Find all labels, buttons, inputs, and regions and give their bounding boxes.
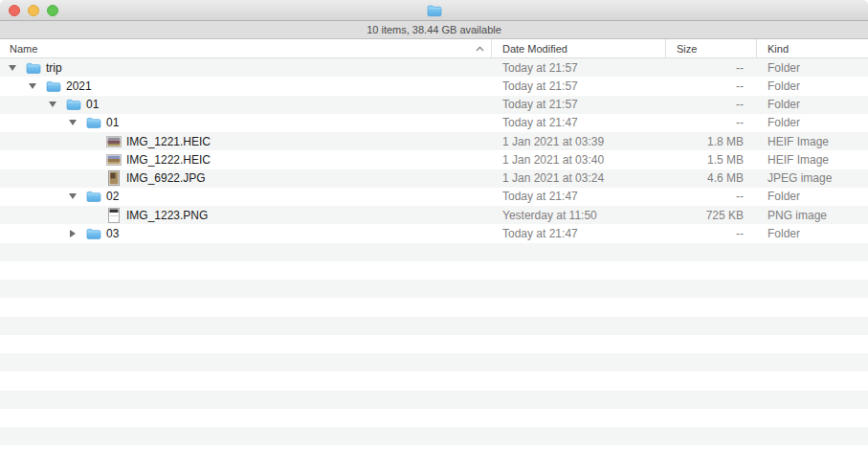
- date-modified-cell: 1 Jan 2021 at 03:39: [491, 135, 665, 148]
- empty-row: [0, 391, 868, 409]
- table-row[interactable]: 03Today at 21:47--Folder: [0, 224, 868, 242]
- status-text: 10 items, 38.44 GB available: [367, 24, 501, 35]
- table-row[interactable]: tripToday at 21:57--Folder: [0, 58, 868, 77]
- table-row[interactable]: 01Today at 21:57--Folder: [0, 96, 868, 114]
- file-name-label: IMG_1221.HEIC: [126, 135, 211, 148]
- date-modified-cell: Today at 21:47: [491, 190, 665, 203]
- triangle-expanded-icon: [69, 193, 77, 199]
- triangle-expanded-icon: [69, 120, 77, 125]
- file-name-cell[interactable]: IMG_1222.HEIC: [0, 152, 491, 168]
- table-row[interactable]: IMG_1223.PNGYesterday at 11:50725 KBPNG …: [0, 206, 868, 224]
- size-cell: 4.6 MB: [665, 171, 756, 185]
- column-header-date-modified[interactable]: Date Modified: [491, 39, 665, 57]
- size-cell: --: [665, 190, 756, 203]
- size-cell: --: [665, 61, 756, 75]
- close-button[interactable]: [9, 5, 20, 16]
- kind-cell: Folder: [756, 98, 868, 111]
- triangle-expanded-icon: [9, 65, 16, 71]
- disclosure-triangle-icon[interactable]: [8, 65, 26, 71]
- empty-row: [0, 261, 868, 280]
- date-modified-cell: Today at 21:47: [491, 116, 665, 129]
- folder-icon: [26, 60, 41, 76]
- file-name-label: 01: [86, 98, 99, 111]
- kind-cell: Folder: [756, 227, 868, 240]
- table-row[interactable]: IMG_1222.HEIC1 Jan 2021 at 03:401.5 MBHE…: [0, 150, 868, 169]
- kind-cell: HEIF Image: [756, 135, 868, 148]
- file-name-label: 02: [106, 190, 119, 203]
- disclosure-triangle-icon[interactable]: [68, 120, 86, 125]
- file-name-cell[interactable]: 01: [0, 115, 491, 130]
- column-header-label: Size: [677, 43, 697, 55]
- photo-thumbnail-icon-1: [106, 134, 122, 149]
- date-modified-cell: 1 Jan 2021 at 03:40: [491, 153, 665, 167]
- kind-cell: Folder: [756, 116, 868, 129]
- empty-row: [0, 243, 868, 261]
- file-name-cell[interactable]: 01: [0, 97, 491, 112]
- empty-row: [0, 353, 868, 371]
- kind-cell: Folder: [756, 61, 868, 75]
- empty-row: [0, 409, 868, 427]
- column-header-label: Name: [10, 43, 37, 55]
- triangle-collapsed-icon: [70, 230, 76, 237]
- file-name-cell[interactable]: IMG_1223.PNG: [0, 208, 491, 223]
- file-name-label: IMG_6922.JPG: [126, 171, 206, 185]
- column-header-size[interactable]: Size: [665, 39, 756, 57]
- table-row[interactable]: IMG_6922.JPG1 Jan 2021 at 03:244.6 MBJPE…: [0, 169, 868, 188]
- disclosure-triangle-icon[interactable]: [28, 83, 46, 89]
- empty-row: [0, 445, 868, 450]
- triangle-expanded-icon: [29, 83, 36, 89]
- empty-row: [0, 317, 868, 335]
- disclosure-triangle-icon[interactable]: [48, 101, 66, 107]
- file-name-label: 2021: [66, 79, 92, 93]
- file-name-cell[interactable]: IMG_1221.HEIC: [0, 134, 491, 149]
- file-name-label: IMG_1222.HEIC: [126, 153, 211, 167]
- kind-cell: Folder: [756, 79, 868, 93]
- file-list: tripToday at 21:57--Folder2021Today at 2…: [0, 58, 868, 450]
- screenshot-thumbnail-icon: [106, 208, 122, 223]
- file-name-cell[interactable]: 03: [0, 226, 491, 241]
- folder-icon: [86, 115, 101, 130]
- folder-icon: [66, 97, 81, 112]
- file-name-label: 01: [106, 116, 119, 129]
- table-row[interactable]: 2021Today at 21:57--Folder: [0, 77, 868, 95]
- folder-icon: [86, 189, 101, 204]
- empty-row: [0, 427, 868, 445]
- table-row[interactable]: IMG_1221.HEIC1 Jan 2021 at 03:391.8 MBHE…: [0, 132, 868, 150]
- size-cell: 1.8 MB: [665, 135, 756, 148]
- file-name-cell[interactable]: 02: [0, 189, 491, 204]
- file-name-cell[interactable]: IMG_6922.JPG: [0, 170, 491, 186]
- minimize-button[interactable]: [28, 5, 39, 16]
- date-modified-cell: Yesterday at 11:50: [491, 209, 665, 222]
- window-controls: [9, 5, 58, 16]
- title-bar[interactable]: [0, 0, 868, 21]
- column-header-kind[interactable]: Kind: [756, 39, 868, 57]
- disclosure-triangle-icon[interactable]: [68, 193, 86, 199]
- table-row[interactable]: 02Today at 21:47--Folder: [0, 188, 868, 206]
- kind-cell: HEIF Image: [756, 153, 868, 167]
- size-cell: 1.5 MB: [665, 153, 756, 167]
- status-bar: 10 items, 38.44 GB available: [0, 21, 868, 39]
- date-modified-cell: Today at 21:57: [491, 98, 665, 111]
- file-name-cell[interactable]: 2021: [0, 79, 491, 94]
- date-modified-cell: Today at 21:47: [491, 227, 665, 240]
- file-name-cell[interactable]: trip: [0, 60, 491, 76]
- sort-ascending-icon: [476, 46, 484, 52]
- folder-icon: [86, 226, 101, 241]
- column-headers: Name Date Modified Size Kind: [0, 39, 868, 58]
- empty-row: [0, 280, 868, 298]
- kind-cell: Folder: [756, 190, 868, 203]
- disclosure-triangle-icon[interactable]: [68, 230, 86, 237]
- column-header-label: Date Modified: [502, 43, 568, 55]
- column-header-name[interactable]: Name: [0, 39, 491, 57]
- size-cell: --: [665, 98, 756, 111]
- date-modified-cell: Today at 21:57: [491, 61, 665, 75]
- finder-window: 10 items, 38.44 GB available Name Date M…: [0, 0, 868, 450]
- size-cell: 725 KB: [665, 209, 756, 222]
- zoom-button[interactable]: [47, 5, 58, 16]
- date-modified-cell: 1 Jan 2021 at 03:24: [491, 171, 665, 185]
- folder-proxy-icon[interactable]: [427, 3, 442, 18]
- file-name-label: trip: [46, 61, 62, 75]
- table-row[interactable]: 01Today at 21:47--Folder: [0, 114, 868, 132]
- photo-thumbnail-icon-2: [106, 152, 122, 168]
- size-cell: --: [665, 227, 756, 240]
